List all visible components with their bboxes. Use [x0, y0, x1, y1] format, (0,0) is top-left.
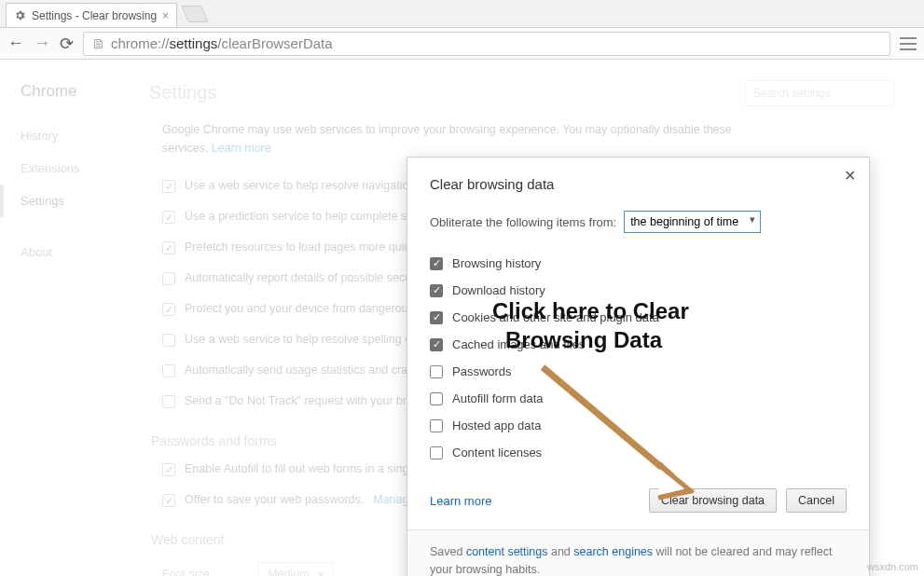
address-bar[interactable]: 🗎 chrome://settings/clearBrowserData — [83, 32, 890, 56]
option-label: Cached images and files — [452, 337, 585, 351]
checkbox[interactable] — [162, 180, 175, 193]
reload-button[interactable]: ⟳ — [60, 34, 74, 54]
font-size-select[interactable]: Medium — [257, 562, 332, 576]
dialog-option: Browsing history — [430, 250, 847, 277]
checkbox[interactable] — [430, 365, 443, 378]
content-settings-link[interactable]: content settings — [466, 545, 548, 558]
clear-browsing-data-dialog: ✕ Clear browsing data Obliterate the fol… — [407, 157, 870, 576]
option-label: Autofill form data — [452, 391, 544, 405]
dialog-option: Cached images and files — [430, 331, 847, 358]
checkbox[interactable] — [162, 334, 175, 347]
checkbox[interactable] — [430, 338, 443, 351]
dialog-option: Content licenses — [430, 439, 847, 466]
checkbox[interactable] — [430, 257, 443, 270]
option-label: Passwords — [452, 364, 512, 378]
gear-icon — [14, 9, 26, 21]
dialog-note: Saved content settings and search engine… — [407, 529, 869, 576]
dialog-option: Hosted app data — [430, 412, 847, 439]
cancel-button[interactable]: Cancel — [786, 488, 847, 513]
option-label: Offer to save your web passwords. — [185, 493, 364, 506]
dialog-learn-more-link[interactable]: Learn more — [430, 494, 491, 508]
checkbox[interactable] — [162, 395, 175, 408]
url-host: settings — [170, 35, 218, 51]
dialog-option: Passwords — [430, 358, 847, 385]
dialog-title: Clear browsing data — [430, 176, 847, 192]
privacy-intro: Google Chrome may use web services to im… — [162, 120, 759, 158]
checkbox[interactable] — [162, 364, 175, 377]
obliterate-label: Obliterate the following items from: — [430, 215, 616, 229]
watermark: wsxdn.com — [867, 561, 918, 572]
time-range-select[interactable]: the beginning of time — [624, 211, 761, 233]
checkbox[interactable] — [162, 463, 175, 476]
learn-more-link[interactable]: Learn more — [212, 142, 271, 155]
checkbox[interactable] — [430, 446, 443, 459]
chrome-menu-icon[interactable] — [900, 37, 917, 50]
checkbox[interactable] — [162, 303, 175, 316]
tab-title: Settings - Clear browsing — [32, 9, 157, 22]
checkbox[interactable] — [162, 272, 175, 285]
page-icon: 🗎 — [91, 35, 105, 51]
font-size-label: Font size: — [162, 568, 213, 576]
clear-browsing-data-button[interactable]: Clear browsing data — [649, 488, 777, 513]
checkbox[interactable] — [162, 494, 175, 507]
search-settings-input[interactable]: Search settings — [745, 80, 894, 106]
option-label: Prefetch resources to load pages more qu… — [185, 240, 424, 254]
close-icon[interactable]: ✕ — [844, 167, 856, 185]
sidebar-title: Chrome — [21, 82, 131, 101]
forward-button[interactable]: → — [34, 34, 50, 53]
checkbox[interactable] — [430, 284, 443, 297]
url-scheme: chrome:// — [111, 35, 170, 51]
url-path: /clearBrowserData — [217, 35, 332, 51]
checkbox[interactable] — [430, 419, 443, 432]
option-label: Cookies and other site and plugin data — [452, 310, 659, 324]
option-label: Content licenses — [452, 446, 542, 459]
dialog-option: Autofill form data — [430, 385, 847, 412]
checkbox[interactable] — [430, 311, 443, 324]
option-label: Use a web service to help resolve spelli… — [185, 333, 435, 346]
toolbar: ← → ⟳ 🗎 chrome://settings/clearBrowserDa… — [0, 28, 924, 60]
option-label: Browsing history — [452, 256, 541, 270]
dialog-option: Cookies and other site and plugin data — [430, 304, 847, 331]
browser-tab[interactable]: Settings - Clear browsing × — [6, 3, 177, 27]
checkbox[interactable] — [162, 241, 175, 254]
back-button[interactable]: ← — [7, 34, 24, 53]
sidebar-item-about[interactable]: About — [21, 236, 131, 268]
checkbox[interactable] — [162, 211, 175, 224]
sidebar-item-settings[interactable]: Settings — [0, 185, 131, 217]
checkbox[interactable] — [430, 392, 443, 405]
option-label: Protect you and your device from dangero… — [185, 302, 441, 315]
new-tab-button[interactable] — [181, 6, 208, 22]
tab-strip: Settings - Clear browsing × — [0, 0, 924, 28]
sidebar-item-history[interactable]: History — [21, 119, 131, 152]
sidebar: Chrome HistoryExtensionsSettingsAbout — [0, 60, 131, 576]
dialog-option: Download history — [430, 277, 847, 304]
option-label: Download history — [452, 283, 545, 297]
search-engines-link[interactable]: search engines — [573, 545, 653, 558]
option-label: Hosted app data — [452, 418, 541, 432]
sidebar-item-extensions[interactable]: Extensions — [21, 152, 131, 185]
close-tab-icon[interactable]: × — [162, 9, 169, 22]
